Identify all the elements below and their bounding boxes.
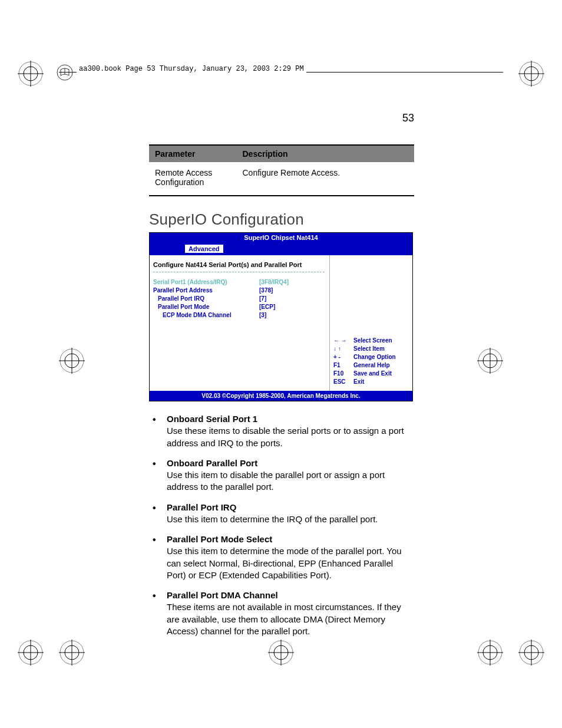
bios-help-key: ← → [333,337,353,345]
bios-divider [153,272,325,272]
bullet-title: Onboard Parallel Port [167,457,414,469]
crop-mark-icon [477,640,503,666]
bullet-title: Parallel Port IRQ [167,502,414,513]
bios-tab-advanced: Advanced [185,245,223,253]
bios-help-key: ↓ ↑ [333,345,353,353]
bios-help-label: Change Option [353,353,396,361]
book-icon [56,64,74,81]
list-item: Parallel Port DMA Channel These items ar… [149,589,414,637]
section-heading: SuperIO Configuration [149,210,414,229]
bios-help-row: ← →Select Screen [333,337,409,345]
parameter-table: Parameter Description Remote Access Conf… [149,144,414,196]
bios-footer: V02.03 ©Copyright 1985-2000, American Me… [150,391,412,401]
bios-help-label: General Help [353,361,390,370]
crop-mark-icon [518,61,544,87]
bullet-body: Use this item to determine the mode of t… [167,546,402,580]
bios-help-key: F1 [333,361,353,370]
bullet-body: Use this item to determine the IRQ of th… [167,514,378,524]
bios-item-value: [3] [259,311,266,319]
bios-help-key: + - [333,353,353,361]
crop-mark-icon [18,61,44,87]
bios-help-label: Select Screen [353,337,392,345]
crop-mark-icon [18,640,44,666]
bios-item: Parallel Port IRQ [7] [153,295,325,303]
bios-title: SuperIO Chipset Nat414 [150,233,412,242]
list-item: Onboard Parallel Port Use this item to d… [149,457,414,493]
bios-help-label: Exit [353,378,364,386]
list-item: Onboard Serial Port 1 Use these items to… [149,413,414,449]
header-breadcrumb: aa300.book Page 53 Thursday, January 23,… [77,65,306,73]
bios-help-row: F1General Help [333,361,409,370]
bios-help-label: Save and Exit [353,370,392,378]
bios-item-value: [3F8/IRQ4] [259,278,289,286]
table-cell-param: Remote Access Configuration [149,162,237,196]
bios-item-value: [ECP] [259,303,275,311]
bios-help-key: F10 [333,370,353,378]
table-header-description: Description [237,145,415,162]
bios-help-key: ESC [333,378,353,386]
crop-mark-icon [477,348,503,374]
list-item: Parallel Port Mode Select Use this item … [149,533,414,581]
bios-item-label: Serial Port1 (Address/IRQ) [153,278,259,286]
crop-mark-icon [59,348,85,374]
bios-help-row: ↓ ↑Select Item [333,345,409,353]
bios-item: ECP Mode DMA Channel [3] [153,311,325,319]
table-cell-desc: Configure Remote Access. [237,162,415,196]
list-item: Parallel Port IRQ Use this item to deter… [149,502,414,526]
table-row: Remote Access Configuration Configure Re… [149,162,414,196]
bios-item: Parallel Port Mode [ECP] [153,303,325,311]
bios-help-panel: ← →Select Screen ↓ ↑Select Item + -Chang… [329,255,412,391]
bios-item-label: ECP Mode DMA Channel [153,311,259,319]
page-number: 53 [149,112,414,124]
bios-tabbar: Advanced [150,242,412,255]
bios-item: Parallel Port Address [378] [153,286,325,295]
bios-item-value: [378] [259,286,273,295]
bios-item: Serial Port1 (Address/IRQ) [3F8/IRQ4] [153,278,325,286]
bios-screenshot: SuperIO Chipset Nat414 Advanced Configur… [149,232,413,401]
bullet-title: Parallel Port DMA Channel [167,589,414,601]
crop-mark-icon [518,640,544,666]
bios-help-row: F10Save and Exit [333,370,409,378]
bios-item-label: Parallel Port IRQ [153,295,259,303]
bullet-body: Use this item to disable the parallel po… [167,470,385,492]
bios-left-heading: Configure Nat414 Serial Port(s) and Para… [153,261,325,268]
table-header-parameter: Parameter [149,145,237,162]
bullet-title: Onboard Serial Port 1 [167,413,414,425]
bios-item-label: Parallel Port Mode [153,303,259,311]
bios-item-label: Parallel Port Address [153,286,259,295]
bullet-body: These items are not available in most ci… [167,602,401,636]
bios-help-row: + -Change Option [333,353,409,361]
bios-item-value: [7] [259,295,266,303]
description-list: Onboard Serial Port 1 Use these items to… [149,413,414,637]
bullet-title: Parallel Port Mode Select [167,533,414,545]
crop-mark-icon [59,640,85,666]
bios-help-row: ESCExit [333,378,409,386]
bullet-body: Use these items to disable the serial po… [167,426,404,447]
bios-help-label: Select Item [353,345,385,353]
